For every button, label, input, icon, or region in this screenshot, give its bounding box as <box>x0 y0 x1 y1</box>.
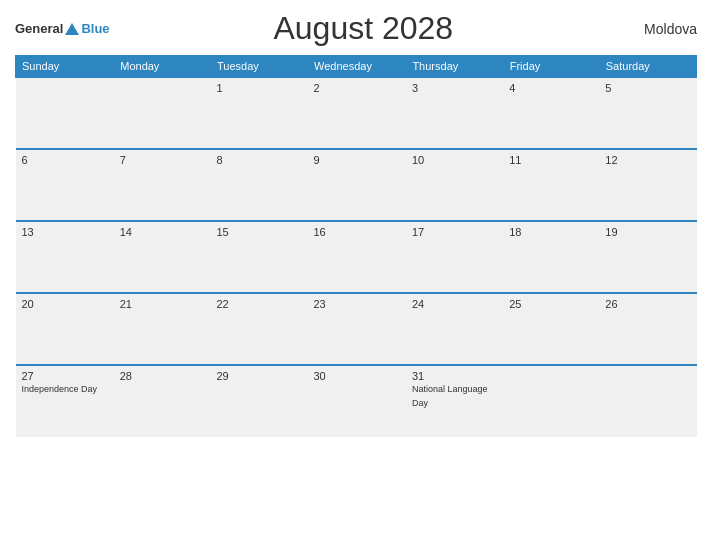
calendar-page: General Blue August 2028 Moldova Sunday … <box>0 0 712 550</box>
day-number: 8 <box>217 154 302 166</box>
header-tuesday: Tuesday <box>211 56 308 78</box>
day-number: 13 <box>22 226 108 238</box>
header-wednesday: Wednesday <box>308 56 406 78</box>
calendar-cell: 3 <box>406 77 503 149</box>
page-header: General Blue August 2028 Moldova <box>15 10 697 47</box>
calendar-cell: 1 <box>211 77 308 149</box>
calendar-cell <box>114 77 211 149</box>
day-number: 2 <box>314 82 400 94</box>
holiday-label: National Language Day <box>412 384 488 408</box>
day-number: 23 <box>314 298 400 310</box>
calendar-week-row: 12345 <box>16 77 697 149</box>
day-number: 11 <box>509 154 593 166</box>
calendar-cell: 7 <box>114 149 211 221</box>
calendar-cell: 18 <box>503 221 599 293</box>
day-number: 31 <box>412 370 497 382</box>
day-number: 6 <box>22 154 108 166</box>
calendar-cell: 25 <box>503 293 599 365</box>
calendar-cell: 20 <box>16 293 114 365</box>
day-number: 1 <box>217 82 302 94</box>
calendar-cell: 17 <box>406 221 503 293</box>
calendar-cell: 9 <box>308 149 406 221</box>
calendar-week-row: 13141516171819 <box>16 221 697 293</box>
calendar-cell <box>503 365 599 437</box>
calendar-cell: 27Independence Day <box>16 365 114 437</box>
country-label: Moldova <box>617 21 697 37</box>
calendar-week-row: 27Independence Day28293031National Langu… <box>16 365 697 437</box>
calendar-cell <box>599 365 696 437</box>
calendar-cell: 15 <box>211 221 308 293</box>
day-number: 5 <box>605 82 690 94</box>
calendar-cell: 8 <box>211 149 308 221</box>
day-number: 22 <box>217 298 302 310</box>
day-number: 28 <box>120 370 205 382</box>
calendar-cell: 26 <box>599 293 696 365</box>
calendar-cell: 13 <box>16 221 114 293</box>
day-number: 25 <box>509 298 593 310</box>
calendar-cell: 5 <box>599 77 696 149</box>
day-number: 21 <box>120 298 205 310</box>
day-number: 12 <box>605 154 690 166</box>
calendar-header-row: Sunday Monday Tuesday Wednesday Thursday… <box>16 56 697 78</box>
day-number: 17 <box>412 226 497 238</box>
day-number: 30 <box>314 370 400 382</box>
header-thursday: Thursday <box>406 56 503 78</box>
calendar-cell: 29 <box>211 365 308 437</box>
day-number: 19 <box>605 226 690 238</box>
calendar-cell: 31National Language Day <box>406 365 503 437</box>
calendar-cell: 28 <box>114 365 211 437</box>
day-number: 18 <box>509 226 593 238</box>
logo-general-text: General <box>15 21 63 36</box>
day-number: 7 <box>120 154 205 166</box>
day-number: 27 <box>22 370 108 382</box>
calendar-cell: 22 <box>211 293 308 365</box>
day-number: 10 <box>412 154 497 166</box>
calendar-cell: 4 <box>503 77 599 149</box>
day-number: 14 <box>120 226 205 238</box>
holiday-label: Independence Day <box>22 384 98 394</box>
calendar-cell: 2 <box>308 77 406 149</box>
day-number: 26 <box>605 298 690 310</box>
calendar-week-row: 20212223242526 <box>16 293 697 365</box>
calendar-cell: 11 <box>503 149 599 221</box>
day-number: 4 <box>509 82 593 94</box>
calendar-cell: 23 <box>308 293 406 365</box>
page-title: August 2028 <box>110 10 617 47</box>
calendar-cell: 21 <box>114 293 211 365</box>
logo-blue-text: Blue <box>81 21 109 36</box>
logo-triangle-icon <box>65 23 79 35</box>
day-number: 3 <box>412 82 497 94</box>
header-friday: Friday <box>503 56 599 78</box>
calendar-cell: 19 <box>599 221 696 293</box>
day-number: 16 <box>314 226 400 238</box>
header-sunday: Sunday <box>16 56 114 78</box>
day-number: 24 <box>412 298 497 310</box>
calendar-cell: 16 <box>308 221 406 293</box>
calendar-week-row: 6789101112 <box>16 149 697 221</box>
calendar-table: Sunday Monday Tuesday Wednesday Thursday… <box>15 55 697 437</box>
calendar-cell: 10 <box>406 149 503 221</box>
logo: General Blue <box>15 21 110 36</box>
calendar-cell: 12 <box>599 149 696 221</box>
header-monday: Monday <box>114 56 211 78</box>
day-number: 20 <box>22 298 108 310</box>
calendar-cell: 24 <box>406 293 503 365</box>
day-number: 9 <box>314 154 400 166</box>
day-number: 29 <box>217 370 302 382</box>
day-number: 15 <box>217 226 302 238</box>
calendar-cell: 14 <box>114 221 211 293</box>
calendar-cell <box>16 77 114 149</box>
calendar-cell: 6 <box>16 149 114 221</box>
calendar-cell: 30 <box>308 365 406 437</box>
header-saturday: Saturday <box>599 56 696 78</box>
